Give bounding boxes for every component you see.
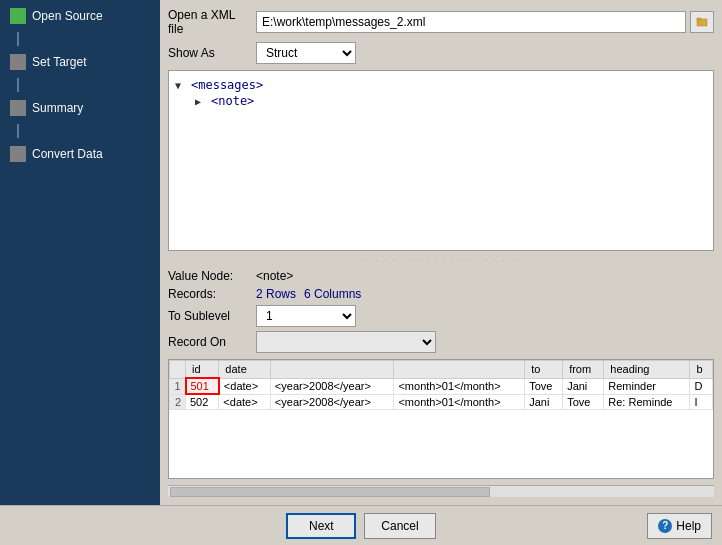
file-input-container [256, 11, 714, 33]
file-browse-button[interactable] [690, 11, 714, 33]
tree-toggle-messages[interactable]: ▼ [175, 80, 187, 91]
record-on-select[interactable] [256, 331, 436, 353]
show-as-row: Show As Struct List Raw [168, 42, 714, 64]
cell-id: 501 [186, 378, 219, 394]
tree-child-note: ▶ <note> [195, 93, 707, 109]
cell-heading: Reminder [604, 378, 690, 394]
tree-node-messages[interactable]: ▼ <messages> [175, 77, 707, 93]
col-id: id [186, 361, 219, 379]
sidebar-item-summary[interactable]: Summary [0, 92, 160, 124]
tree-label-messages: <messages> [191, 78, 263, 92]
cell-body: D [690, 378, 713, 394]
svg-rect-1 [697, 18, 701, 20]
next-button[interactable]: Next [286, 513, 356, 539]
sidebar-connector-1 [17, 32, 19, 46]
open-source-icon [10, 8, 26, 24]
show-as-label: Show As [168, 46, 248, 60]
records-row: Records: 2 Rows 6 Columns [168, 287, 714, 301]
data-table-container[interactable]: id date to from heading b 1501<date><yea… [168, 359, 714, 479]
scrollbar-thumb [170, 487, 490, 497]
resize-dots: · · · · · · · · · · · · · · · · · · · · [359, 256, 524, 265]
value-node-row: Value Node: <note> [168, 269, 714, 283]
file-path-input[interactable] [256, 11, 686, 33]
col-from: from [563, 361, 604, 379]
cell-id: 502 [186, 394, 219, 410]
value-node-value: <note> [256, 269, 293, 283]
cell-to: Tove [525, 378, 563, 394]
tree-node-note[interactable]: ▶ <note> [195, 93, 707, 109]
data-table: id date to from heading b 1501<date><yea… [169, 360, 713, 410]
show-as-select[interactable]: Struct List Raw [256, 42, 356, 64]
convert-data-icon [10, 146, 26, 162]
col-rownum [170, 361, 186, 379]
help-label: Help [676, 519, 701, 533]
help-button[interactable]: ? Help [647, 513, 712, 539]
set-target-icon [10, 54, 26, 70]
sublevel-select[interactable]: 1 2 3 [256, 305, 356, 327]
sidebar-item-convert-data[interactable]: Convert Data [0, 138, 160, 170]
table-header-row: id date to from heading b [170, 361, 713, 379]
col-year [270, 361, 394, 379]
to-sublevel-label: To Sublevel [168, 309, 248, 323]
value-node-label: Value Node: [168, 269, 248, 283]
cell-heading: Re: Reminde [604, 394, 690, 410]
xml-tree: ▼ <messages> ▶ <note> [169, 71, 713, 115]
sidebar-label-summary: Summary [32, 101, 83, 115]
table-row: 2502<date><year>2008</year><month>01</mo… [170, 394, 713, 410]
resize-handle: · · · · · · · · · · · · · · · · · · · · [168, 257, 714, 263]
sidebar-connector-2 [17, 78, 19, 92]
col-date: date [219, 361, 270, 379]
open-xml-label: Open a XML file [168, 8, 248, 36]
sidebar-label-convert-data: Convert Data [32, 147, 103, 161]
col-body: b [690, 361, 713, 379]
open-xml-row: Open a XML file [168, 8, 714, 36]
footer: Next Cancel ? Help [0, 505, 722, 545]
table-row: 1501<date><year>2008</year><month>01</mo… [170, 378, 713, 394]
info-section: Value Node: <note> Records: 2 Rows 6 Col… [168, 269, 714, 353]
cell-body: I [690, 394, 713, 410]
cell-year: <year>2008</year> [270, 378, 394, 394]
to-sublevel-row: To Sublevel 1 2 3 [168, 305, 714, 327]
tree-toggle-note[interactable]: ▶ [195, 96, 207, 107]
main-container: Open Source Set Target Summary Convert D… [0, 0, 722, 505]
cell-from: Tove [563, 394, 604, 410]
sidebar-connector-3 [17, 124, 19, 138]
folder-icon [696, 16, 708, 28]
cell-to: Jani [525, 394, 563, 410]
sidebar-label-open-source: Open Source [32, 9, 103, 23]
table-body: 1501<date><year>2008</year><month>01</mo… [170, 378, 713, 410]
cancel-button[interactable]: Cancel [364, 513, 435, 539]
cell-rownum: 2 [170, 394, 186, 410]
col-to: to [525, 361, 563, 379]
records-label: Records: [168, 287, 248, 301]
sidebar-label-set-target: Set Target [32, 55, 86, 69]
record-on-row: Record On [168, 331, 714, 353]
cell-month: <month>01</month> [394, 378, 525, 394]
col-heading: heading [604, 361, 690, 379]
record-on-label: Record On [168, 335, 248, 349]
tree-label-note: <note> [211, 94, 254, 108]
content-panel: Open a XML file Show As Struct List Raw [160, 0, 722, 505]
rows-value: 2 Rows [256, 287, 296, 301]
cell-year: <year>2008</year> [270, 394, 394, 410]
table-scrollbar[interactable] [168, 485, 714, 497]
col-month [394, 361, 525, 379]
columns-value: 6 Columns [304, 287, 361, 301]
cell-date: <date> [219, 378, 270, 394]
sidebar: Open Source Set Target Summary Convert D… [0, 0, 160, 505]
cell-date: <date> [219, 394, 270, 410]
cell-month: <month>01</month> [394, 394, 525, 410]
cell-rownum: 1 [170, 378, 186, 394]
cell-from: Jani [563, 378, 604, 394]
xml-tree-panel[interactable]: ▼ <messages> ▶ <note> [168, 70, 714, 251]
sidebar-item-set-target[interactable]: Set Target [0, 46, 160, 78]
summary-icon [10, 100, 26, 116]
sidebar-item-open-source[interactable]: Open Source [0, 0, 160, 32]
help-icon: ? [658, 519, 672, 533]
